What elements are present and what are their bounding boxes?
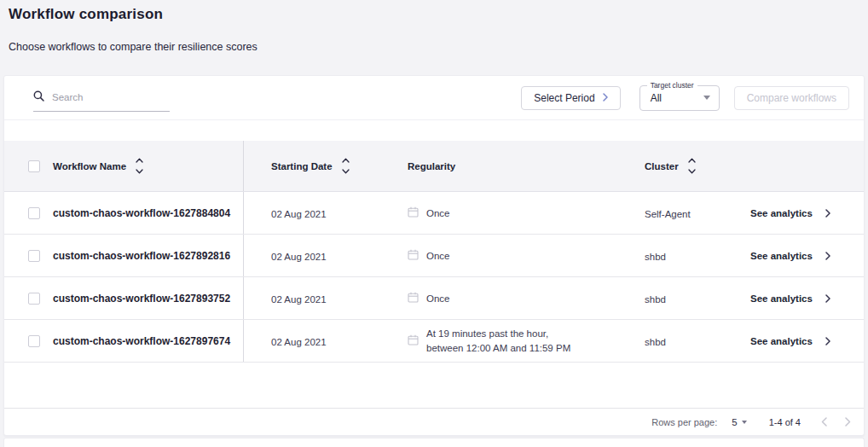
target-cluster-label: Target cluster — [647, 81, 697, 90]
chevron-up-icon — [342, 158, 350, 163]
regularity: Once — [426, 251, 450, 261]
workflow-name: custom-chaos-workflow-1627892816 — [53, 250, 230, 262]
toolbar-actions: Select Period Target cluster All Compare… — [521, 85, 849, 111]
row-checkbox[interactable] — [28, 293, 40, 305]
header-starting-date-cell: Starting Date — [244, 158, 408, 174]
regularity: Once — [426, 208, 450, 218]
column-cluster: Cluster — [645, 161, 679, 171]
chevron-right-icon[interactable] — [825, 334, 830, 349]
workflow-name: custom-chaos-workflow-1627893752 — [53, 293, 230, 305]
rows-per-page-label: Rows per page: — [651, 417, 717, 427]
header-checkbox-cell — [4, 141, 53, 191]
cluster: Self-Agent — [645, 209, 691, 219]
target-cluster-select[interactable]: Target cluster All — [639, 85, 720, 111]
chevron-down-icon — [688, 169, 696, 174]
starting-date: 02 Aug 2021 — [271, 209, 327, 219]
chevron-right-icon[interactable] — [825, 248, 830, 264]
table-empty-space — [4, 363, 864, 408]
column-starting-date: Starting Date — [271, 161, 333, 171]
search-box[interactable] — [33, 90, 170, 112]
row-checkbox[interactable] — [28, 207, 40, 219]
chevron-right-icon — [603, 92, 608, 104]
starting-date: 02 Aug 2021 — [271, 294, 327, 305]
table-row: custom-chaos-workflow-1627897674 02 Aug … — [4, 320, 864, 363]
pagination-range: 1-4 of 4 — [769, 417, 801, 427]
caret-down-icon — [703, 96, 710, 100]
cluster: shbd — [645, 337, 666, 347]
chevron-up-icon — [688, 158, 696, 163]
target-cluster-value: All — [651, 92, 703, 104]
row-checkbox[interactable] — [28, 335, 40, 347]
table-header-row: Workflow Name Starting Date Regularity C — [4, 141, 864, 192]
regularity-line: between 12:00 AM and 11:59 PM — [426, 342, 570, 354]
sort-starting-date[interactable] — [342, 158, 350, 174]
chevron-down-icon — [136, 169, 143, 174]
calendar-icon — [408, 206, 419, 221]
header-regularity-cell: Regularity — [408, 161, 604, 171]
table-row: custom-chaos-workflow-1627893752 02 Aug … — [4, 277, 864, 320]
cluster: shbd — [645, 252, 666, 262]
page-title: Workflow comparison — [9, 6, 859, 23]
calendar-icon — [408, 291, 419, 306]
cluster: shbd — [645, 294, 666, 305]
compare-workflows-label: Compare workflows — [747, 92, 836, 104]
rows-per-page-select[interactable]: 5 — [732, 417, 746, 427]
calendar-icon — [408, 248, 419, 264]
toolbar: Select Period Target cluster All Compare… — [4, 76, 864, 120]
chevron-right-icon[interactable] — [825, 291, 830, 306]
next-section-card — [3, 438, 865, 447]
starting-date: 02 Aug 2021 — [271, 252, 327, 262]
sort-cluster[interactable] — [688, 158, 696, 174]
search-icon — [33, 90, 44, 105]
chevron-right-icon[interactable] — [825, 206, 830, 221]
table-row: custom-chaos-workflow-1627884804 02 Aug … — [4, 192, 864, 235]
column-workflow-name: Workflow Name — [53, 161, 126, 171]
chevron-up-icon — [136, 158, 143, 163]
pagination-bar: Rows per page: 5 1-4 of 4 — [4, 408, 864, 435]
workflow-comparison-card: Select Period Target cluster All Compare… — [3, 75, 865, 436]
header-cluster-cell: Cluster — [604, 158, 732, 174]
column-regularity: Regularity — [408, 161, 455, 171]
see-analytics-link[interactable]: See analytics — [750, 293, 813, 304]
chevron-right-icon[interactable] — [845, 417, 851, 427]
header-workflow-name-cell: Workflow Name — [53, 141, 244, 191]
select-all-checkbox[interactable] — [28, 160, 40, 172]
regularity: Once — [426, 293, 450, 304]
workflow-name: custom-chaos-workflow-1627884804 — [53, 207, 230, 219]
starting-date: 02 Aug 2021 — [271, 337, 327, 347]
rows-per-page-value: 5 — [732, 417, 737, 427]
see-analytics-link[interactable]: See analytics — [750, 208, 813, 218]
pagination-nav — [821, 417, 851, 427]
caret-down-icon — [742, 421, 747, 424]
row-checkbox[interactable] — [28, 250, 40, 262]
page-header: Workflow comparison Choose workflows to … — [0, 0, 868, 75]
chevron-down-icon — [342, 169, 350, 174]
workflow-name: custom-chaos-workflow-1627897674 — [53, 335, 230, 347]
see-analytics-link[interactable]: See analytics — [750, 336, 813, 346]
calendar-icon — [408, 334, 419, 349]
sort-workflow-name[interactable] — [136, 158, 143, 174]
select-period-button[interactable]: Select Period — [521, 86, 620, 110]
chevron-left-icon[interactable] — [821, 417, 827, 427]
see-analytics-link[interactable]: See analytics — [750, 251, 813, 261]
select-period-label: Select Period — [534, 92, 594, 104]
page-subtitle: Choose workflows to compare their resili… — [9, 41, 859, 53]
search-input[interactable] — [52, 92, 154, 102]
regularity-line: At 19 minutes past the hour, — [426, 328, 570, 340]
compare-workflows-button[interactable]: Compare workflows — [734, 86, 849, 110]
toolbar-table-gap — [4, 120, 864, 141]
table-row: custom-chaos-workflow-1627892816 02 Aug … — [4, 235, 864, 277]
